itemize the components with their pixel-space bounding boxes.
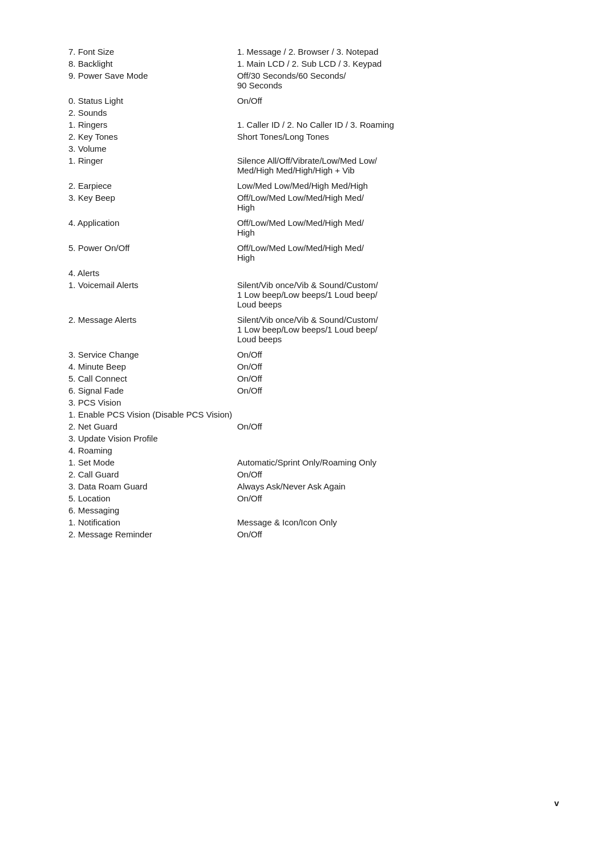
menu-label: 1. Ringer bbox=[68, 155, 237, 176]
menu-item: 2. Sounds bbox=[68, 107, 559, 119]
menu-label: 1. Set Mode bbox=[68, 456, 237, 468]
menu-label: 2. Sounds bbox=[68, 107, 237, 119]
menu-item: 2. EarpieceLow/Med Low/Med/High Med/High bbox=[68, 180, 559, 192]
menu-item: 0. Status LightOn/Off bbox=[68, 95, 559, 107]
menu-value: Low/Med Low/Med/High Med/High bbox=[237, 180, 559, 192]
menu-item: 3. Update Vision Profile bbox=[68, 432, 559, 444]
menu-value: On/Off bbox=[237, 528, 559, 540]
menu-item: 1. Enable PCS Vision (Disable PCS Vision… bbox=[68, 408, 559, 420]
menu-item: 3. Volume bbox=[68, 143, 559, 155]
menu-value: On/Off bbox=[237, 95, 559, 107]
menu-label: 3. Data Roam Guard bbox=[68, 480, 237, 492]
menu-item: 1. Ringers1. Caller ID / 2. No Caller ID… bbox=[68, 119, 559, 131]
menu-label: 5. Power On/Off bbox=[68, 242, 237, 264]
menu-label: 1. Ringers bbox=[68, 119, 237, 131]
menu-value: On/Off bbox=[237, 468, 559, 480]
menu-value: Short Tones/Long Tones bbox=[237, 131, 559, 143]
menu-item: 3. PCS Vision bbox=[68, 396, 559, 408]
menu-label: 1. Enable PCS Vision (Disable PCS Vision… bbox=[68, 408, 559, 420]
menu-item: 5. Call ConnectOn/Off bbox=[68, 373, 559, 384]
menu-value: Always Ask/Never Ask Again bbox=[237, 480, 559, 492]
menu-item: 3. Data Roam GuardAlways Ask/Never Ask A… bbox=[68, 480, 559, 492]
menu-label: 3. Update Vision Profile bbox=[68, 432, 237, 444]
menu-value bbox=[237, 267, 559, 279]
menu-item: 4. Minute BeepOn/Off bbox=[68, 361, 559, 373]
menu-item: 4. Alerts bbox=[68, 267, 559, 279]
menu-item: 6. Messaging bbox=[68, 504, 559, 516]
menu-label: 0. Status Light bbox=[68, 95, 237, 107]
menu-label: 2. Earpiece bbox=[68, 180, 237, 192]
menu-item: 5. Power On/OffOff/Low/Med Low/Med/High … bbox=[68, 242, 559, 264]
menu-value: 1. Main LCD / 2. Sub LCD / 3. Keypad bbox=[237, 58, 559, 70]
menu-value: Silence All/Off/Vibrate/Low/Med Low/Med/… bbox=[237, 155, 559, 176]
menu-item: 1. Set ModeAutomatic/Sprint Only/Roaming… bbox=[68, 456, 559, 468]
menu-item: 2. Key TonesShort Tones/Long Tones bbox=[68, 131, 559, 143]
menu-label: 3. Volume bbox=[68, 143, 237, 155]
menu-label: 1. Voicemail Alerts bbox=[68, 279, 237, 310]
menu-value: Silent/Vib once/Vib & Sound/Custom/1 Low… bbox=[237, 279, 559, 310]
menu-value bbox=[237, 396, 559, 408]
menu-value: Off/30 Seconds/60 Seconds/90 Seconds bbox=[237, 70, 559, 91]
menu-item: 9. Power Save ModeOff/30 Seconds/60 Seco… bbox=[68, 70, 559, 91]
menu-item: 7. Font Size1. Message / 2. Browser / 3.… bbox=[68, 46, 559, 58]
menu-label: 2. Call Guard bbox=[68, 468, 237, 480]
menu-label: 5. Call Connect bbox=[68, 373, 237, 384]
menu-value: On/Off bbox=[237, 420, 559, 432]
menu-value: On/Off bbox=[237, 384, 559, 396]
menu-label: 2. Message Reminder bbox=[68, 528, 237, 540]
menu-value: 1. Caller ID / 2. No Caller ID / 3. Roam… bbox=[237, 119, 559, 131]
menu-item: 3. Key BeepOff/Low/Med Low/Med/High Med/… bbox=[68, 192, 559, 213]
menu-item: 5. LocationOn/Off bbox=[68, 492, 559, 504]
menu-value: Automatic/Sprint Only/Roaming Only bbox=[237, 456, 559, 468]
menu-label: 5. Location bbox=[68, 492, 237, 504]
menu-label: 8. Backlight bbox=[68, 58, 237, 70]
menu-label: 4. Minute Beep bbox=[68, 361, 237, 373]
menu-item: 4. Roaming bbox=[68, 444, 559, 456]
menu-value: Silent/Vib once/Vib & Sound/Custom/1 Low… bbox=[237, 314, 559, 345]
menu-label: 4. Alerts bbox=[68, 267, 237, 279]
menu-value: Off/Low/Med Low/Med/High Med/High bbox=[237, 192, 559, 213]
menu-item: 2. Net GuardOn/Off bbox=[68, 420, 559, 432]
menu-label: 4. Roaming bbox=[68, 444, 237, 456]
menu-value bbox=[237, 143, 559, 155]
menu-label: 1. Notification bbox=[68, 516, 237, 528]
menu-value bbox=[237, 444, 559, 456]
menu-value bbox=[237, 432, 559, 444]
page-content: 7. Font Size1. Message / 2. Browser / 3.… bbox=[68, 46, 559, 540]
menu-item: 1. Voicemail AlertsSilent/Vib once/Vib &… bbox=[68, 279, 559, 310]
menu-value: On/Off bbox=[237, 361, 559, 373]
menu-label: 3. Service Change bbox=[68, 349, 237, 361]
menu-item: 4. ApplicationOff/Low/Med Low/Med/High M… bbox=[68, 217, 559, 238]
menu-label: 2. Message Alerts bbox=[68, 314, 237, 345]
menu-label: 9. Power Save Mode bbox=[68, 70, 237, 91]
menu-value: On/Off bbox=[237, 349, 559, 361]
page-number: v bbox=[554, 798, 559, 808]
menu-value bbox=[237, 504, 559, 516]
menu-item: 8. Backlight1. Main LCD / 2. Sub LCD / 3… bbox=[68, 58, 559, 70]
menu-value: On/Off bbox=[237, 373, 559, 384]
menu-item: 1. RingerSilence All/Off/Vibrate/Low/Med… bbox=[68, 155, 559, 176]
menu-value: On/Off bbox=[237, 492, 559, 504]
menu-item: 2. Message ReminderOn/Off bbox=[68, 528, 559, 540]
menu-value: Off/Low/Med Low/Med/High Med/High bbox=[237, 217, 559, 238]
menu-value: 1. Message / 2. Browser / 3. Notepad bbox=[237, 46, 559, 58]
menu-item: 2. Call GuardOn/Off bbox=[68, 468, 559, 480]
menu-value bbox=[237, 107, 559, 119]
menu-label: 2. Key Tones bbox=[68, 131, 237, 143]
menu-item: 6. Signal FadeOn/Off bbox=[68, 384, 559, 396]
menu-table: 7. Font Size1. Message / 2. Browser / 3.… bbox=[68, 46, 559, 540]
menu-value: Message & Icon/Icon Only bbox=[237, 516, 559, 528]
menu-label: 3. PCS Vision bbox=[68, 396, 237, 408]
menu-item: 3. Service ChangeOn/Off bbox=[68, 349, 559, 361]
menu-item: 1. NotificationMessage & Icon/Icon Only bbox=[68, 516, 559, 528]
menu-label: 6. Messaging bbox=[68, 504, 237, 516]
menu-item: 2. Message AlertsSilent/Vib once/Vib & S… bbox=[68, 314, 559, 345]
menu-label: 4. Application bbox=[68, 217, 237, 238]
menu-value: Off/Low/Med Low/Med/High Med/High bbox=[237, 242, 559, 264]
menu-label: 2. Net Guard bbox=[68, 420, 237, 432]
menu-label: 3. Key Beep bbox=[68, 192, 237, 213]
menu-label: 7. Font Size bbox=[68, 46, 237, 58]
menu-label: 6. Signal Fade bbox=[68, 384, 237, 396]
